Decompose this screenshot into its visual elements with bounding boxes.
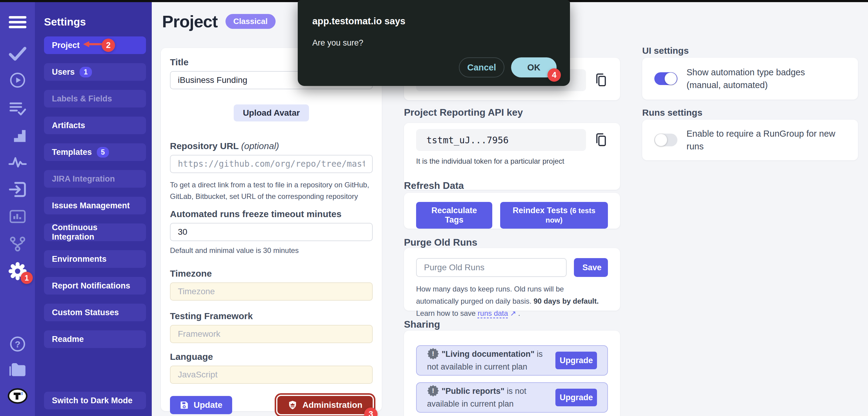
sidebar-item-jira-integration[interactable]: JIRA Integration [44, 170, 146, 188]
activity-icon[interactable] [0, 152, 35, 172]
runs-settings-card: Enable to require a RunGroup for new run… [642, 120, 858, 160]
sidebar-title: Settings [44, 16, 152, 28]
purge-old-runs-label: Purge Old Runs [404, 237, 477, 248]
language-input[interactable] [170, 365, 373, 384]
purge-old-runs-card: Save How many days to keep runs. Old run… [404, 248, 620, 310]
page-title: Project [162, 11, 218, 31]
project-form-card: Title Upload Avatar Repository URL (opti… [161, 48, 382, 411]
update-button[interactable]: Update [170, 396, 232, 414]
reporting-api-key-label: Project Reporting API key [404, 107, 523, 118]
sharing-label: Sharing [404, 319, 440, 330]
purge-help-text: How many days to keep runs. Old runs wil… [416, 283, 608, 320]
annotation-badge-4: 4 [548, 68, 561, 82]
svg-text:!: ! [432, 387, 434, 394]
automation-badges-text: Show automation type badges (manual, aut… [686, 66, 826, 91]
list-check-icon[interactable] [0, 99, 35, 118]
administration-button[interactable]: Administration [277, 396, 373, 414]
repository-url-input[interactable] [170, 155, 373, 173]
folder-icon[interactable] [0, 360, 35, 380]
sidebar-item-custom-statuses[interactable]: Custom Statuses [44, 304, 146, 321]
dialog-message: Are you sure? [312, 38, 555, 48]
refresh-data-card: Recalculate Tags Reindex Tests (6 tests … [404, 193, 620, 229]
dialog-title: app.testomat.io says [312, 16, 555, 27]
dark-mode-toggle-item[interactable]: Switch to Dark Mode [44, 392, 146, 409]
gear-icon[interactable]: 1 [0, 262, 35, 281]
sidebar-item-report-notifications[interactable]: Report Notifications [44, 277, 146, 295]
upgrade-button[interactable]: Upgrade [555, 352, 597, 369]
copy-icon [594, 72, 608, 88]
freeze-timeout-help: Default and minimal value is 30 minutes [170, 245, 373, 256]
templates-count-badge: 5 [97, 147, 109, 157]
runs-data-link[interactable]: runs data [478, 309, 508, 317]
sidebar-item-templates[interactable]: Templates 5 [44, 143, 146, 161]
save-button[interactable]: Save [574, 258, 608, 277]
language-label: Language [170, 352, 373, 362]
annotation-badge-2: 2 [102, 38, 115, 52]
icon-rail: 1 ? [0, 0, 35, 416]
cancel-button[interactable]: Cancel [459, 57, 504, 78]
sharing-card: !"Living documentation" is not available… [404, 331, 620, 416]
save-floppy-icon [180, 400, 189, 410]
ui-settings-card: Show automation type badges (manual, aut… [642, 58, 858, 99]
upgrade-button[interactable]: Upgrade [555, 389, 597, 406]
testomat-logo[interactable] [0, 386, 35, 406]
svg-text:!: ! [432, 350, 434, 357]
play-circle-icon[interactable] [0, 70, 35, 90]
automation-badges-toggle[interactable] [654, 72, 677, 85]
plan-seal-icon: ! [427, 348, 439, 360]
refresh-data-label: Refresh Data [404, 180, 464, 191]
sidebar-item-environments[interactable]: Environments [44, 250, 146, 268]
sign-in-icon[interactable] [0, 180, 35, 199]
annotation-arrow-icon [83, 40, 102, 51]
settings-sidebar: Settings Project 2 Users 1 Labels & Fiel… [35, 0, 152, 416]
freeze-timeout-label: Automated runs freeze timeout minutes [170, 209, 373, 219]
testing-framework-label: Testing Framework [170, 311, 373, 321]
check-icon[interactable] [0, 44, 35, 63]
plan-alert-text: !"Public reports" is not available in cu… [427, 385, 555, 410]
external-link-icon: ↗ [510, 309, 516, 317]
menu-icon[interactable] [0, 12, 35, 32]
timezone-label: Timezone [170, 268, 373, 279]
sidebar-item-issues-management[interactable]: Issues Management [44, 197, 146, 214]
upload-avatar-button[interactable]: Upload Avatar [234, 105, 309, 121]
api-key-value: tstmt_uJ...7956 [416, 129, 586, 151]
copy-button[interactable] [594, 72, 608, 88]
sidebar-item-project[interactable]: Project 2 [44, 36, 146, 54]
rungroup-required-toggle[interactable] [654, 133, 677, 146]
timezone-input[interactable] [170, 283, 373, 301]
steps-icon[interactable] [0, 125, 35, 145]
users-count-badge: 1 [80, 67, 92, 78]
plan-seal-icon: ! [427, 385, 439, 397]
copy-button[interactable] [594, 132, 608, 148]
reindex-tests-button[interactable]: Reindex Tests (6 tests now) [500, 202, 608, 229]
bar-chart-icon[interactable] [0, 207, 35, 226]
living-documentation-plan-alert: !"Living documentation" is not available… [416, 345, 608, 376]
copy-icon [594, 132, 608, 148]
reporting-api-key-card: tstmt_uJ...7956 It is the individual tok… [404, 123, 620, 190]
runs-settings-label: Runs settings [642, 108, 702, 118]
sidebar-item-labels-fields[interactable]: Labels & Fields [44, 90, 146, 108]
public-reports-plan-alert: !"Public reports" is not available in cu… [416, 382, 608, 413]
plan-alert-text: !"Living documentation" is not available… [427, 348, 555, 373]
testing-framework-input[interactable] [170, 325, 373, 343]
sidebar-item-continuous-integration[interactable]: Continuous Integration [44, 224, 146, 241]
recalculate-tags-button[interactable]: Recalculate Tags [416, 202, 492, 229]
sidebar-item-users[interactable]: Users 1 [44, 63, 146, 81]
gear-notification-badge: 1 [21, 272, 33, 284]
git-branch-icon[interactable] [0, 234, 35, 254]
sidebar-item-artifacts[interactable]: Artifacts [44, 117, 146, 134]
browser-confirm-dialog: app.testomat.io says Are you sure? Cance… [298, 0, 570, 86]
repository-url-label: Repository URL (optional) [170, 141, 373, 151]
purge-days-input[interactable] [416, 258, 567, 277]
rungroup-required-text: Enable to require a RunGroup for new run… [686, 127, 846, 153]
ui-settings-label: UI settings [642, 46, 689, 56]
api-key-help: It is the individual token for a particu… [416, 157, 608, 166]
help-icon[interactable]: ? [0, 334, 35, 354]
sidebar-item-readme[interactable]: Readme [44, 330, 146, 348]
project-type-badge: Classical [225, 14, 276, 29]
svg-text:?: ? [14, 339, 20, 349]
repository-url-help: To get a direct link from a test to file… [170, 179, 373, 202]
freeze-timeout-input[interactable] [170, 223, 373, 241]
admin-shield-icon [288, 400, 298, 410]
